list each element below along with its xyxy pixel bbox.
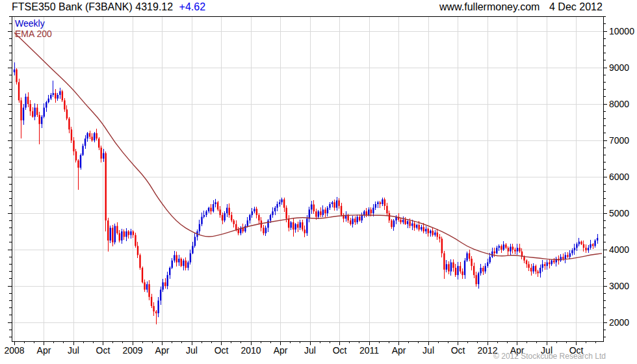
x-axis-label: Apr <box>385 345 413 356</box>
y-axis-label: 5000 <box>609 208 629 218</box>
x-axis-label: 2011 <box>355 345 384 356</box>
y-axis-label: 2000 <box>609 317 629 328</box>
timeframe-label: Weekly <box>15 18 45 29</box>
x-axis-label: Apr <box>266 345 295 356</box>
x-axis-label: Apr <box>148 345 177 356</box>
chart-window: FTSE350 Bank (F3BANK) 4319.12 +4.62 www.… <box>0 0 637 364</box>
y-axis-label: 4000 <box>609 244 629 255</box>
x-axis-label: Oct <box>207 345 236 356</box>
y-axis-label: 7000 <box>609 135 629 146</box>
price-chart <box>0 0 637 364</box>
copyright-text: © 2012 Stockcube Research Ltd <box>493 352 606 361</box>
x-axis-label: Jul <box>59 345 88 356</box>
y-axis-label: 9000 <box>609 62 629 73</box>
x-axis-label: 2008 <box>0 345 29 356</box>
x-axis-label: Oct <box>89 345 118 356</box>
x-axis-label: Jul <box>177 345 206 356</box>
x-axis-label: 2010 <box>237 345 265 356</box>
x-axis-label: Jul <box>414 345 443 356</box>
y-axis-label: 6000 <box>609 172 629 182</box>
x-axis-label: Oct <box>444 345 473 356</box>
y-axis-label: 8000 <box>609 99 629 109</box>
x-axis-label: Apr <box>30 345 58 356</box>
ema-legend-label: EMA 200 <box>15 29 52 39</box>
x-axis-label: 2009 <box>118 345 147 356</box>
y-axis-label: 3000 <box>609 281 629 291</box>
y-axis-label: 10000 <box>609 26 634 36</box>
x-axis-label: Jul <box>296 345 324 356</box>
x-axis-label: Oct <box>326 345 354 356</box>
